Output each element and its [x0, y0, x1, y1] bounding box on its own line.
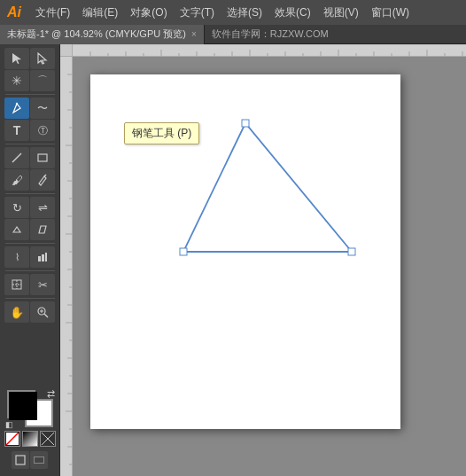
- pencil-tool[interactable]: [30, 169, 55, 191]
- active-tab[interactable]: 未标题-1* @ 104.92% (CMYK/GPU 预览) ×: [0, 25, 205, 44]
- direct-select-tool[interactable]: [30, 48, 55, 69]
- gradient-indicator[interactable]: [22, 431, 38, 447]
- menu-select[interactable]: 选择(S): [221, 4, 268, 22]
- fill-swatch[interactable]: [7, 390, 35, 418]
- warp-tool[interactable]: ⌇: [4, 246, 29, 268]
- curvature-tool[interactable]: 〜: [30, 98, 55, 119]
- separator-3: [5, 193, 55, 194]
- tab-close-button[interactable]: ×: [191, 29, 197, 39]
- tool-row-2: ✳ ⌒: [4, 70, 55, 91]
- svg-rect-21: [16, 456, 25, 464]
- svg-rect-75: [242, 120, 249, 127]
- svg-marker-1: [38, 53, 46, 64]
- hand-tool[interactable]: ✋: [4, 301, 29, 323]
- separator-2: [5, 144, 55, 144]
- svg-point-2: [16, 103, 18, 105]
- tool-row-11: ✋: [4, 301, 55, 323]
- svg-line-13: [44, 314, 48, 317]
- menu-window[interactable]: 窗口(W): [366, 4, 415, 22]
- type-tool[interactable]: T: [4, 120, 29, 141]
- slice-tool[interactable]: [4, 274, 29, 295]
- paintbrush-tool[interactable]: 🖌: [4, 169, 29, 191]
- select-tool[interactable]: [4, 48, 29, 69]
- tab-bar: 未标题-1* @ 104.92% (CMYK/GPU 预览) × 软件自学网：R…: [0, 25, 466, 44]
- lasso-tool[interactable]: ⌒: [30, 70, 55, 91]
- rotate-tool[interactable]: ↻: [4, 197, 29, 218]
- tool-row-8: [4, 219, 55, 240]
- separator-4: [5, 243, 55, 244]
- menu-view[interactable]: 视图(V): [318, 4, 364, 22]
- svg-line-3: [12, 153, 21, 162]
- menu-object[interactable]: 对象(O): [125, 4, 172, 22]
- pen-tool[interactable]: [4, 98, 29, 119]
- ruler-horizontal: [60, 44, 466, 57]
- canvas-scroll-area[interactable]: [73, 57, 466, 476]
- rect-tool[interactable]: [30, 147, 55, 168]
- screen-mode-full[interactable]: [30, 451, 48, 469]
- svg-rect-16: [9, 392, 37, 420]
- tool-row-10: ✂: [4, 274, 55, 295]
- scale-tool[interactable]: [4, 219, 29, 240]
- zoom-tool[interactable]: [30, 301, 55, 323]
- tool-row-1: [4, 48, 55, 69]
- tool-row-5: [4, 147, 55, 168]
- separator-1: [5, 94, 55, 95]
- line-tool[interactable]: [4, 147, 29, 168]
- menu-bar: 文件(F) 编辑(E) 对象(O) 文字(T) 选择(S) 效果(C) 视图(V…: [30, 4, 415, 22]
- tab-right-info: 软件自学网：RJZXW.COM: [205, 27, 336, 41]
- swap-colors-icon[interactable]: ⇄: [47, 388, 55, 400]
- pattern-indicator[interactable]: [40, 431, 56, 447]
- ruler-corner: [60, 44, 73, 57]
- svg-marker-74: [183, 123, 352, 252]
- touch-type-tool[interactable]: Ⓣ: [30, 120, 55, 141]
- screen-mode-normal[interactable]: [12, 451, 29, 469]
- reflect-tool[interactable]: ⇌: [30, 197, 55, 218]
- svg-rect-4: [38, 154, 47, 161]
- menu-effect[interactable]: 效果(C): [269, 4, 316, 22]
- ruler-vertical: [60, 44, 73, 476]
- menu-text[interactable]: 文字(T): [175, 4, 220, 22]
- svg-line-5: [44, 175, 46, 176]
- title-bar: Ai 文件(F) 编辑(E) 对象(O) 文字(T) 选择(S) 效果(C) 视…: [0, 0, 466, 25]
- svg-rect-23: [35, 457, 43, 463]
- separator-5: [5, 270, 55, 271]
- tab-title: 未标题-1* @ 104.92% (CMYK/GPU 预览): [7, 27, 186, 41]
- app-logo: Ai: [7, 5, 21, 20]
- menu-edit[interactable]: 编辑(E): [77, 4, 123, 22]
- magic-wand-tool[interactable]: ✳: [4, 70, 29, 91]
- svg-rect-6: [38, 256, 41, 261]
- tool-row-7: ↻ ⇌: [4, 197, 55, 218]
- shear-tool[interactable]: [30, 219, 55, 240]
- svg-rect-77: [348, 248, 355, 255]
- svg-rect-76: [180, 248, 187, 255]
- color-swatches: ⇄ ◧: [7, 390, 53, 427]
- main-layout: ✳ ⌒ 〜 T Ⓣ: [0, 44, 466, 476]
- toolbar: ✳ ⌒ 〜 T Ⓣ: [0, 44, 60, 476]
- pen-tool-tooltip: 钢笔工具 (P): [124, 122, 199, 144]
- tool-row-4: T Ⓣ: [4, 120, 55, 141]
- canvas-wrapper: 钢笔工具 (P): [60, 44, 466, 476]
- bar-chart-tool[interactable]: [30, 246, 55, 268]
- tool-row-9: ⌇: [4, 246, 55, 268]
- svg-rect-7: [42, 254, 44, 261]
- svg-rect-8: [45, 253, 47, 261]
- svg-marker-0: [12, 53, 21, 64]
- tool-row-3: 〜: [4, 98, 55, 119]
- default-colors-icon[interactable]: ◧: [5, 420, 13, 429]
- tool-row-6: 🖌: [4, 169, 55, 191]
- tooltip-text: 钢笔工具 (P): [132, 127, 191, 139]
- scissors-tool[interactable]: ✂: [30, 274, 55, 295]
- separator-6: [5, 298, 55, 299]
- none-indicator[interactable]: [4, 431, 20, 447]
- menu-file[interactable]: 文件(F): [30, 4, 75, 22]
